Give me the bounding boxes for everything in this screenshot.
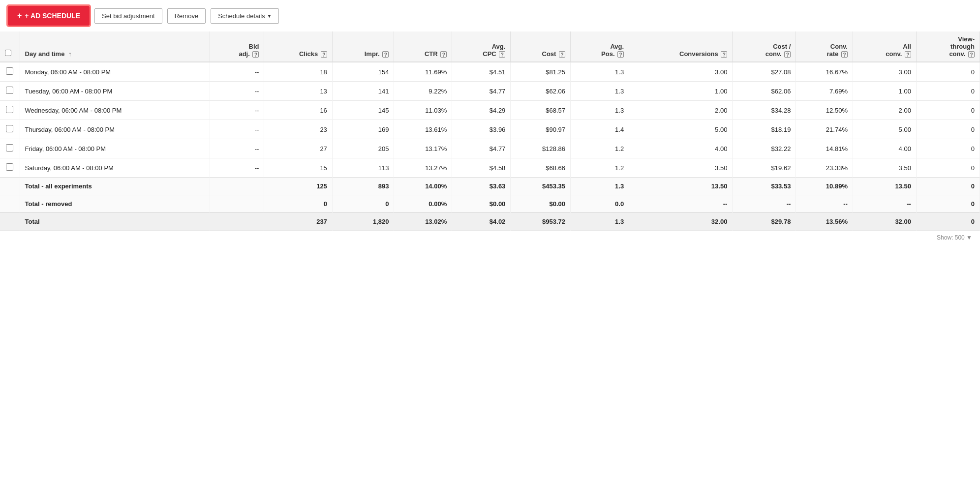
row-ctr: 11.69% — [394, 62, 452, 82]
set-bid-adjustment-button[interactable]: Set bid adjustment — [94, 8, 162, 24]
col-avg-cpc[interactable]: Avg.CPC ? — [452, 31, 511, 62]
table-row: Tuesday, 06:00 AM - 08:00 PM -- 13 141 9… — [0, 82, 980, 101]
row-cost-conv: $19.62 — [733, 158, 796, 178]
cost-conv-help-icon[interactable]: ? — [784, 51, 791, 58]
row-clicks: 16 — [264, 101, 332, 120]
view-through-help-icon[interactable]: ? — [968, 51, 975, 58]
row-all-conv: 4.00 — [853, 139, 916, 158]
row-conv-rate: 14.81% — [796, 139, 853, 158]
row-cost-conv: $27.08 — [733, 62, 796, 82]
row-conv-rate: 16.67% — [796, 62, 853, 82]
select-all-checkbox[interactable] — [5, 50, 11, 56]
total-exp-cost-conv: $33.53 — [733, 178, 796, 195]
col-conversions[interactable]: Conversions ? — [629, 31, 733, 62]
clicks-help-icon[interactable]: ? — [321, 51, 327, 58]
ad-schedule-table: Day and time ↑ Bidadj. ? Clicks ? Impr. … — [0, 31, 980, 231]
row-bid-adj: -- — [210, 82, 264, 101]
total-exp-avg-pos: 1.3 — [571, 178, 629, 195]
col-ctr[interactable]: CTR ? — [394, 31, 452, 62]
row-all-conv: 1.00 — [853, 82, 916, 101]
row-conversions: 2.00 — [629, 101, 733, 120]
conversions-help-icon[interactable]: ? — [721, 51, 727, 58]
row-ctr: 11.03% — [394, 101, 452, 120]
impr-help-icon[interactable]: ? — [382, 51, 389, 58]
table-row: Friday, 06:00 AM - 08:00 PM -- 27 205 13… — [0, 139, 980, 158]
row-checkbox[interactable] — [6, 144, 13, 152]
row-cost: $81.25 — [511, 62, 571, 82]
row-bid-adj: -- — [210, 158, 264, 178]
set-bid-label: Set bid adjustment — [102, 12, 155, 20]
add-schedule-button[interactable]: + + AD SCHEDULE — [8, 6, 90, 26]
row-checkbox[interactable] — [6, 67, 13, 75]
row-day-time: Monday, 06:00 AM - 08:00 PM — [20, 62, 210, 82]
total-rem-impr: 0 — [332, 195, 394, 213]
row-bid-adj: -- — [210, 62, 264, 82]
row-checkbox[interactable] — [6, 87, 13, 94]
row-impr: 205 — [332, 139, 394, 158]
row-conversions: 4.00 — [629, 139, 733, 158]
col-impr[interactable]: Impr. ? — [332, 31, 394, 62]
row-impr: 113 — [332, 158, 394, 178]
row-day-time: Wednesday, 06:00 AM - 08:00 PM — [20, 101, 210, 120]
col-day-time-label: Day and time — [25, 50, 65, 58]
row-avg-cpc: $4.51 — [452, 62, 511, 82]
row-conv-rate: 12.50% — [796, 101, 853, 120]
total-exp-label: Total - all experiments — [20, 178, 210, 195]
row-bid-adj: -- — [210, 120, 264, 139]
row-checkbox-cell — [0, 120, 20, 139]
row-checkbox-cell — [0, 101, 20, 120]
row-avg-cpc: $4.77 — [452, 82, 511, 101]
row-checkbox[interactable] — [6, 125, 13, 132]
grand-total-cost-conv: $29.78 — [733, 213, 796, 231]
col-avg-pos[interactable]: Avg.Pos. ? — [571, 31, 629, 62]
ctr-help-icon[interactable]: ? — [440, 51, 447, 58]
col-all-conv[interactable]: Allconv. ? — [853, 31, 916, 62]
all-conv-help-icon[interactable]: ? — [905, 51, 911, 58]
col-clicks[interactable]: Clicks ? — [264, 31, 332, 62]
row-all-conv: 5.00 — [853, 120, 916, 139]
row-clicks: 18 — [264, 62, 332, 82]
row-avg-cpc: $4.77 — [452, 139, 511, 158]
remove-label: Remove — [175, 12, 198, 20]
remove-button[interactable]: Remove — [167, 8, 206, 24]
conv-rate-help-icon[interactable]: ? — [841, 51, 848, 58]
col-conv-rate[interactable]: Conv.rate ? — [796, 31, 853, 62]
row-clicks: 27 — [264, 139, 332, 158]
row-ctr: 13.17% — [394, 139, 452, 158]
schedule-details-label: Schedule details — [218, 12, 265, 20]
row-checkbox[interactable] — [6, 163, 13, 171]
grand-total-conversions: 32.00 — [629, 213, 733, 231]
row-avg-pos: 1.3 — [571, 62, 629, 82]
col-bid-adj[interactable]: Bidadj. ? — [210, 31, 264, 62]
total-experiments-row: Total - all experiments 125 893 14.00% $… — [0, 178, 980, 195]
row-conversions: 5.00 — [629, 120, 733, 139]
grand-total-impr: 1,820 — [332, 213, 394, 231]
cost-help-icon[interactable]: ? — [559, 51, 565, 58]
grand-total-clicks: 237 — [264, 213, 332, 231]
total-rem-bid-adj — [210, 195, 264, 213]
row-checkbox[interactable] — [6, 106, 13, 113]
grand-total-bid-adj — [210, 213, 264, 231]
row-impr: 154 — [332, 62, 394, 82]
col-cost[interactable]: Cost ? — [511, 31, 571, 62]
total-rem-ctr: 0.00% — [394, 195, 452, 213]
avg-cpc-help-icon[interactable]: ? — [499, 51, 505, 58]
bid-adj-help-icon[interactable]: ? — [252, 51, 259, 58]
total-rem-avg-pos: 0.0 — [571, 195, 629, 213]
row-cost-conv: $62.06 — [733, 82, 796, 101]
row-cost: $62.06 — [511, 82, 571, 101]
avg-pos-help-icon[interactable]: ? — [617, 51, 624, 58]
total-exp-all-conv: 13.50 — [853, 178, 916, 195]
total-exp-checkbox — [0, 178, 20, 195]
total-exp-cost: $453.35 — [511, 178, 571, 195]
schedule-details-button[interactable]: Schedule details ▼ — [211, 8, 279, 24]
col-day-time[interactable]: Day and time ↑ — [20, 31, 210, 62]
col-cost-conv[interactable]: Cost /conv. ? — [733, 31, 796, 62]
grand-total-view-through: 0 — [916, 213, 980, 231]
table-header-row: Day and time ↑ Bidadj. ? Clicks ? Impr. … — [0, 31, 980, 62]
row-cost: $68.57 — [511, 101, 571, 120]
row-conversions: 3.50 — [629, 158, 733, 178]
row-checkbox-cell — [0, 82, 20, 101]
col-view-through[interactable]: View-throughconv. ? — [916, 31, 980, 62]
row-cost: $90.97 — [511, 120, 571, 139]
